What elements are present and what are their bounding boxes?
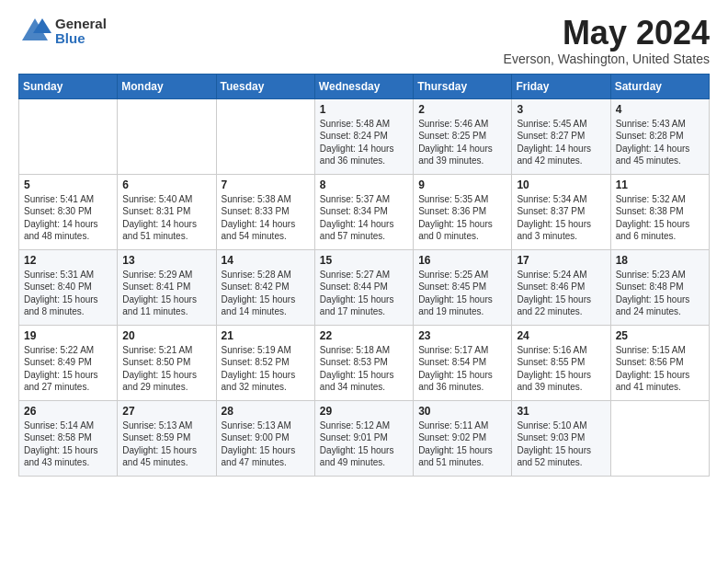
day-info: Sunrise: 5:25 AM Sunset: 8:45 PM Dayligh… (418, 269, 506, 318)
day-number: 29 (320, 405, 408, 418)
calendar-header-row: SundayMondayTuesdayWednesdayThursdayFrid… (19, 74, 710, 98)
day-info: Sunrise: 5:32 AM Sunset: 8:38 PM Dayligh… (616, 193, 704, 243)
day-info: Sunrise: 5:19 AM Sunset: 8:52 PM Dayligh… (222, 344, 310, 394)
calendar-cell: 28Sunrise: 5:13 AM Sunset: 9:00 PM Dayli… (216, 400, 314, 476)
day-info: Sunrise: 5:16 AM Sunset: 8:55 PM Dayligh… (517, 344, 605, 394)
calendar-cell: 10Sunrise: 5:34 AM Sunset: 8:37 PM Dayli… (512, 174, 610, 249)
calendar-cell (216, 98, 314, 174)
logo-general-text: General (55, 17, 107, 32)
calendar-cell: 14Sunrise: 5:28 AM Sunset: 8:42 PM Dayli… (216, 249, 314, 325)
week-row-1: 1Sunrise: 5:48 AM Sunset: 8:24 PM Daylig… (19, 98, 710, 174)
day-info: Sunrise: 5:28 AM Sunset: 8:42 PM Dayligh… (222, 269, 310, 318)
day-info: Sunrise: 5:43 AM Sunset: 8:28 PM Dayligh… (616, 118, 704, 167)
calendar-cell: 3Sunrise: 5:45 AM Sunset: 8:27 PM Daylig… (512, 98, 610, 174)
week-row-5: 26Sunrise: 5:14 AM Sunset: 8:58 PM Dayli… (19, 400, 710, 476)
calendar-cell: 25Sunrise: 5:15 AM Sunset: 8:56 PM Dayli… (610, 325, 709, 400)
day-number: 18 (616, 254, 704, 267)
day-number: 12 (24, 254, 112, 267)
calendar-cell: 16Sunrise: 5:25 AM Sunset: 8:45 PM Dayli… (414, 249, 512, 325)
calendar-cell: 11Sunrise: 5:32 AM Sunset: 8:38 PM Dayli… (610, 174, 709, 249)
calendar-cell: 15Sunrise: 5:27 AM Sunset: 8:44 PM Dayli… (314, 249, 413, 325)
logo-icon (18, 15, 51, 48)
calendar-cell (19, 98, 118, 174)
day-number: 19 (24, 329, 112, 342)
week-row-3: 12Sunrise: 5:31 AM Sunset: 8:40 PM Dayli… (19, 249, 710, 325)
day-info: Sunrise: 5:48 AM Sunset: 8:24 PM Dayligh… (320, 118, 408, 167)
day-info: Sunrise: 5:21 AM Sunset: 8:50 PM Dayligh… (122, 344, 210, 394)
day-info: Sunrise: 5:23 AM Sunset: 8:48 PM Dayligh… (616, 269, 704, 318)
calendar-cell: 5Sunrise: 5:41 AM Sunset: 8:30 PM Daylig… (19, 174, 118, 249)
day-info: Sunrise: 5:34 AM Sunset: 8:37 PM Dayligh… (517, 193, 605, 243)
calendar-cell: 6Sunrise: 5:40 AM Sunset: 8:31 PM Daylig… (118, 174, 216, 249)
calendar-cell: 24Sunrise: 5:16 AM Sunset: 8:55 PM Dayli… (512, 325, 610, 400)
day-number: 14 (222, 254, 310, 267)
day-info: Sunrise: 5:31 AM Sunset: 8:40 PM Dayligh… (24, 269, 112, 318)
day-number: 17 (517, 254, 605, 267)
day-info: Sunrise: 5:18 AM Sunset: 8:53 PM Dayligh… (320, 344, 408, 394)
day-info: Sunrise: 5:45 AM Sunset: 8:27 PM Dayligh… (517, 118, 605, 167)
calendar-cell: 29Sunrise: 5:12 AM Sunset: 9:01 PM Dayli… (314, 400, 413, 476)
calendar-cell: 21Sunrise: 5:19 AM Sunset: 8:52 PM Dayli… (216, 325, 314, 400)
calendar-cell: 27Sunrise: 5:13 AM Sunset: 8:59 PM Dayli… (118, 400, 216, 476)
week-row-2: 5Sunrise: 5:41 AM Sunset: 8:30 PM Daylig… (19, 174, 710, 249)
col-header-sunday: Sunday (19, 74, 118, 98)
calendar-cell (118, 98, 216, 174)
day-number: 2 (418, 103, 506, 116)
day-number: 25 (616, 329, 704, 342)
calendar-cell: 19Sunrise: 5:22 AM Sunset: 8:49 PM Dayli… (19, 325, 118, 400)
day-info: Sunrise: 5:11 AM Sunset: 9:02 PM Dayligh… (418, 419, 506, 469)
col-header-saturday: Saturday (610, 74, 709, 98)
col-header-friday: Friday (512, 74, 610, 98)
day-info: Sunrise: 5:13 AM Sunset: 8:59 PM Dayligh… (122, 419, 210, 469)
calendar-cell: 17Sunrise: 5:24 AM Sunset: 8:46 PM Dayli… (512, 249, 610, 325)
calendar-cell: 1Sunrise: 5:48 AM Sunset: 8:24 PM Daylig… (314, 98, 413, 174)
calendar-cell: 13Sunrise: 5:29 AM Sunset: 8:41 PM Dayli… (118, 249, 216, 325)
day-number: 1 (320, 103, 408, 116)
day-number: 28 (222, 405, 310, 418)
day-number: 31 (517, 405, 605, 418)
day-info: Sunrise: 5:17 AM Sunset: 8:54 PM Dayligh… (418, 344, 506, 394)
day-number: 8 (320, 178, 408, 191)
week-row-4: 19Sunrise: 5:22 AM Sunset: 8:49 PM Dayli… (19, 325, 710, 400)
month-title: May 2024 (504, 15, 710, 52)
day-number: 9 (418, 178, 506, 191)
day-number: 20 (122, 329, 210, 342)
calendar-cell: 8Sunrise: 5:37 AM Sunset: 8:34 PM Daylig… (314, 174, 413, 249)
day-number: 10 (517, 178, 605, 191)
day-info: Sunrise: 5:24 AM Sunset: 8:46 PM Dayligh… (517, 269, 605, 318)
calendar-cell (610, 400, 709, 476)
day-info: Sunrise: 5:12 AM Sunset: 9:01 PM Dayligh… (320, 419, 408, 469)
day-number: 23 (418, 329, 506, 342)
day-number: 16 (418, 254, 506, 267)
calendar-cell: 30Sunrise: 5:11 AM Sunset: 9:02 PM Dayli… (414, 400, 512, 476)
day-info: Sunrise: 5:41 AM Sunset: 8:30 PM Dayligh… (24, 193, 112, 243)
calendar-cell: 31Sunrise: 5:10 AM Sunset: 9:03 PM Dayli… (512, 400, 610, 476)
col-header-wednesday: Wednesday (314, 74, 413, 98)
day-info: Sunrise: 5:22 AM Sunset: 8:49 PM Dayligh… (24, 344, 112, 394)
day-info: Sunrise: 5:38 AM Sunset: 8:33 PM Dayligh… (222, 193, 310, 243)
page-header: General Blue May 2024 Everson, Washingto… (18, 15, 710, 66)
col-header-monday: Monday (118, 74, 216, 98)
day-number: 7 (222, 178, 310, 191)
day-number: 4 (616, 103, 704, 116)
calendar-body: 1Sunrise: 5:48 AM Sunset: 8:24 PM Daylig… (19, 98, 710, 476)
day-number: 22 (320, 329, 408, 342)
day-number: 30 (418, 405, 506, 418)
calendar-cell: 12Sunrise: 5:31 AM Sunset: 8:40 PM Dayli… (19, 249, 118, 325)
logo-blue-text: Blue (55, 31, 107, 47)
day-number: 11 (616, 178, 704, 191)
day-number: 5 (24, 178, 112, 191)
day-number: 21 (222, 329, 310, 342)
day-info: Sunrise: 5:27 AM Sunset: 8:44 PM Dayligh… (320, 269, 408, 318)
calendar-cell: 2Sunrise: 5:46 AM Sunset: 8:25 PM Daylig… (414, 98, 512, 174)
col-header-thursday: Thursday (414, 74, 512, 98)
day-info: Sunrise: 5:14 AM Sunset: 8:58 PM Dayligh… (24, 419, 112, 469)
day-info: Sunrise: 5:37 AM Sunset: 8:34 PM Dayligh… (320, 193, 408, 243)
calendar-cell: 22Sunrise: 5:18 AM Sunset: 8:53 PM Dayli… (314, 325, 413, 400)
day-info: Sunrise: 5:15 AM Sunset: 8:56 PM Dayligh… (616, 344, 704, 394)
day-number: 26 (24, 405, 112, 418)
day-number: 24 (517, 329, 605, 342)
day-info: Sunrise: 5:29 AM Sunset: 8:41 PM Dayligh… (122, 269, 210, 318)
calendar-cell: 4Sunrise: 5:43 AM Sunset: 8:28 PM Daylig… (610, 98, 709, 174)
calendar-cell: 9Sunrise: 5:35 AM Sunset: 8:36 PM Daylig… (414, 174, 512, 249)
